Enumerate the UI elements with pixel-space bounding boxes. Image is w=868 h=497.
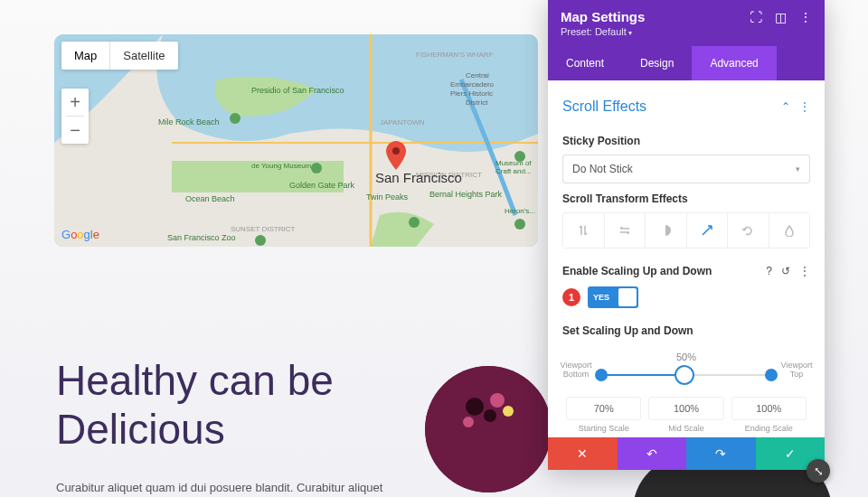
zoom-controls: + − [61,89,89,144]
sticky-position-label: Sticky Position [562,135,810,147]
transform-effects-label: Scroll Transform Effects [562,192,810,205]
scale-values-row: 70%Starting Scale 100%Mid Scale 100%Endi… [562,397,810,434]
panel-footer: ✕ ↶ ↷ ✓ [548,437,825,470]
svg-text:Twin Peaks: Twin Peaks [366,192,409,202]
scaling-slider[interactable]: 50% Viewport Bottom Viewport Top [562,352,810,384]
mid-scale-value[interactable]: 100% [648,397,723,420]
svg-text:Heron's...: Heron's... [505,207,535,215]
svg-point-25 [425,366,552,492]
transform-rotate-icon[interactable] [727,213,769,248]
reset-icon[interactable]: ↺ [781,265,790,277]
svg-text:Mile Rock Beach: Mile Rock Beach [158,117,220,127]
svg-text:Presidio of San Francisco: Presidio of San Francisco [251,86,344,95]
panel-title: Map Settings [561,9,645,24]
svg-point-19 [311,163,322,173]
transform-blur-icon[interactable] [769,213,810,248]
svg-point-18 [230,113,241,124]
redo-button[interactable]: ↷ [686,437,756,470]
map-type-control: Map Satellite [61,42,178,70]
map-attribution: Google [61,228,99,241]
svg-point-26 [466,398,484,416]
svg-text:San Francisco Zoo: San Francisco Zoo [167,233,236,242]
expand-icon[interactable]: ⛶ [750,10,762,24]
viewport-top-label: Viewport Top [778,361,815,380]
map-container[interactable]: Presidio of San Francisco Mile Rock Beac… [54,34,538,247]
map-city-label: San Francisco [375,170,462,185]
svg-point-27 [490,393,505,408]
chevron-up-icon: ⌃ [781,100,790,113]
enable-scaling-toggle[interactable]: YES [588,286,638,308]
map-type-satellite[interactable]: Satellite [110,42,177,70]
svg-text:Ocean Beach: Ocean Beach [185,194,235,203]
hero-heading: Healthy can beDelicious [56,357,334,455]
transform-scale-icon[interactable] [686,213,728,248]
transform-icon-group [562,212,810,248]
svg-text:FISHERMAN'S WHARF: FISHERMAN'S WHARF [416,51,494,59]
ending-scale-value[interactable]: 100% [731,397,807,420]
zoom-out-button[interactable]: − [61,117,89,144]
hero-subtext: Curabitur aliquet quam id dui posuere bl… [56,481,382,494]
svg-point-30 [463,417,474,427]
undo-button[interactable]: ↶ [618,437,687,470]
panel-body[interactable]: Scroll Effects ⌃ ⋮ Sticky Position Do No… [548,80,825,437]
viewport-bottom-label: Viewport Bottom [558,361,594,380]
dock-icon[interactable]: ◫ [775,10,787,24]
food-image-1 [425,366,552,492]
svg-point-20 [255,235,266,246]
tab-content[interactable]: Content [548,46,622,80]
enable-scaling-label: Enable Scaling Up and Down [562,265,712,277]
svg-point-21 [409,217,420,228]
close-button[interactable]: ✕ [548,437,618,470]
panel-tabs: Content Design Advanced [548,46,825,80]
svg-text:Bernal Heights Park: Bernal Heights Park [429,190,503,199]
svg-point-22 [514,219,525,230]
svg-text:de Young Museum: de Young Museum [251,162,312,170]
menu-icon[interactable]: ⋮ [799,10,812,24]
annotation-badge: 1 [562,288,580,306]
svg-point-28 [484,409,496,422]
map-pin-icon [386,141,406,170]
zoom-in-button[interactable]: + [61,89,89,116]
svg-text:Golden Gate Park: Golden Gate Park [289,181,355,190]
svg-text:JAPANTOWN: JAPANTOWN [380,118,425,127]
starting-scale-value[interactable]: 70% [566,397,641,420]
slider-handle-mid[interactable] [678,369,691,381]
settings-panel: Map Settings ⛶ ◫ ⋮ Preset: Default Conte… [548,0,825,470]
transform-fade-icon[interactable] [645,213,686,248]
options-icon[interactable]: ⋮ [799,265,810,277]
svg-point-24 [392,147,400,155]
svg-text:Museum ofCraft and...: Museum ofCraft and... [495,159,532,175]
help-icon[interactable]: ? [766,265,772,277]
svg-point-23 [514,151,525,162]
svg-text:SUNSET DISTRICT: SUNSET DISTRICT [231,225,296,233]
transform-vertical-icon[interactable] [563,213,604,248]
sticky-position-select[interactable]: Do Not Stick [562,155,810,183]
transform-horizontal-icon[interactable] [604,213,646,248]
preset-selector[interactable]: Preset: Default [561,26,812,37]
tab-design[interactable]: Design [622,46,692,80]
tab-advanced[interactable]: Advanced [692,46,776,80]
slider-handle-end[interactable] [765,369,778,381]
map-type-map[interactable]: Map [61,42,109,70]
slider-handle-start[interactable] [595,369,608,381]
resize-handle-icon[interactable]: ⤡ [807,459,830,483]
section-scroll-effects[interactable]: Scroll Effects ⌃ ⋮ [562,80,810,126]
svg-point-29 [503,406,514,417]
section-menu-icon[interactable]: ⋮ [799,100,810,113]
panel-header: Map Settings ⛶ ◫ ⋮ Preset: Default [548,0,825,46]
set-scaling-label: Set Scaling Up and Down [562,324,810,337]
